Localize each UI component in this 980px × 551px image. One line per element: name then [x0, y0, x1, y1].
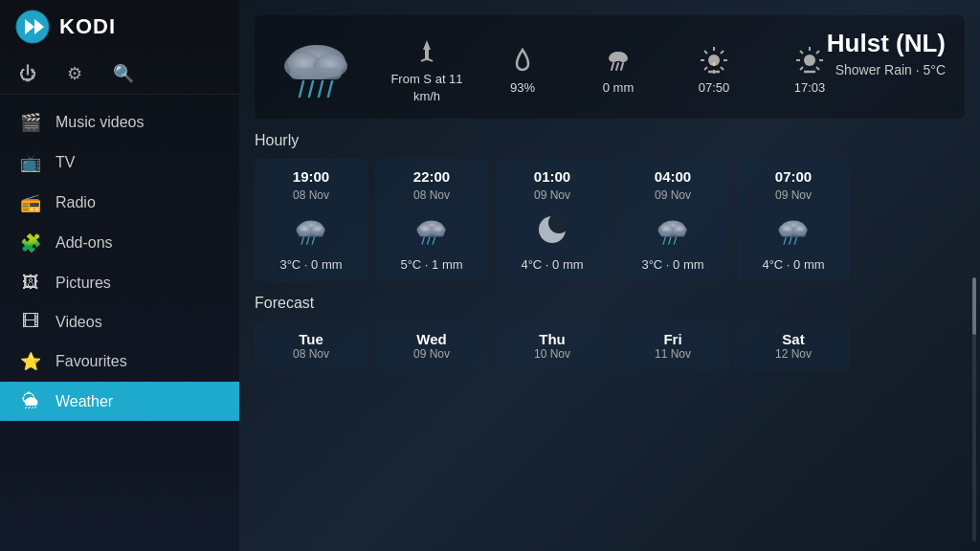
svg-line-57 [663, 237, 665, 244]
forecast-day: Thu [539, 331, 566, 347]
svg-line-17 [621, 63, 623, 70]
top-icons-bar: ⏻ ⚙ 🔍 [0, 54, 239, 95]
hourly-weather-icon [765, 206, 822, 253]
hourly-card: 04:00 09 Nov 3°C · 0 mm [616, 159, 729, 281]
svg-line-50 [433, 237, 434, 244]
nav-icon-tv: 📺 [19, 152, 42, 173]
svg-rect-47 [418, 231, 444, 236]
sidebar-item-music-videos[interactable]: 🎬 Music videos [0, 102, 239, 143]
svg-line-10 [328, 81, 332, 97]
hourly-weather-icon [644, 206, 702, 253]
power-icon[interactable]: ⏻ [19, 64, 36, 84]
svg-line-33 [816, 67, 819, 70]
svg-rect-40 [298, 231, 323, 236]
forecast-date: 08 Nov [293, 347, 329, 361]
svg-line-34 [816, 51, 819, 54]
svg-rect-6 [290, 68, 342, 79]
hourly-date: 08 Nov [413, 188, 450, 202]
wind-value: From S at 11 km/h [390, 71, 462, 105]
nav-icon-favourites: ⭐ [19, 351, 42, 372]
svg-line-48 [422, 237, 424, 244]
svg-line-49 [427, 237, 429, 244]
scroll-thumb [972, 277, 976, 335]
hourly-time: 19:00 [293, 168, 329, 185]
svg-line-24 [721, 67, 724, 70]
main-content: From S at 11 km/h 93% [239, 0, 980, 551]
nav-icon-radio: 📻 [19, 192, 42, 213]
hourly-card: 22:00 08 Nov 5°C · 1 mm [375, 159, 488, 281]
svg-line-59 [674, 237, 676, 244]
hourly-time: 04:00 [655, 168, 691, 185]
sidebar-item-weather[interactable]: 🌦 Weather [0, 382, 239, 421]
svg-point-52 [548, 212, 569, 233]
sunrise-value: 07:50 [699, 79, 730, 97]
sidebar: KODI ⏻ ⚙ 🔍 🎬 Music videos 📺 TV 📻 Radio 🧩… [0, 0, 239, 551]
hourly-card: 01:00 09 Nov 4°C · 0 mm [496, 159, 609, 281]
svg-rect-63 [780, 231, 806, 236]
svg-rect-56 [659, 231, 685, 236]
search-icon[interactable]: 🔍 [113, 63, 134, 84]
sidebar-item-favourites[interactable]: ⭐ Favourites [0, 342, 239, 382]
forecast-card: Fri 11 Nov [616, 321, 729, 370]
scroll-hint [972, 277, 976, 541]
svg-line-9 [319, 81, 323, 97]
nav-label-pictures: Pictures [56, 275, 111, 292]
hourly-weather-icon [282, 206, 340, 253]
wind-stat: From S at 11 km/h [379, 36, 475, 105]
hourly-temp: 3°C · 0 mm [279, 257, 342, 272]
sidebar-item-pictures[interactable]: 🖼 Pictures [0, 263, 239, 302]
hourly-weather-icon [403, 206, 460, 253]
nav-icon-weather: 🌦 [19, 391, 42, 411]
forecast-day: Wed [416, 331, 446, 347]
forecast-date: 10 Nov [534, 347, 570, 361]
hourly-weather-icon [523, 206, 581, 253]
nav-label-tv: TV [56, 154, 75, 171]
hourly-section: Hourly 19:00 08 Nov 3°C · 0 mm 22:00 [255, 132, 965, 281]
hourly-date: 09 Nov [534, 188, 570, 202]
nav-icon-videos: 🎞 [19, 312, 42, 332]
forecast-date: 09 Nov [413, 347, 450, 361]
forecast-date: 11 Nov [655, 347, 691, 361]
settings-icon[interactable]: ⚙ [67, 63, 82, 84]
nav-icon-add-ons: 🧩 [19, 232, 42, 253]
sidebar-item-add-ons[interactable]: 🧩 Add-ons [0, 223, 239, 263]
nav-label-music-videos: Music videos [56, 114, 144, 131]
forecast-card: Sat 12 Nov [737, 321, 850, 370]
nav-icon-music-videos: 🎬 [19, 112, 42, 133]
svg-line-16 [616, 63, 618, 70]
svg-line-66 [794, 237, 796, 244]
hourly-temp: 4°C · 0 mm [762, 257, 824, 272]
nav-menu: 🎬 Music videos 📺 TV 📻 Radio 🧩 Add-ons 🖼 … [0, 95, 239, 551]
svg-line-42 [306, 237, 308, 244]
wind-icon [412, 36, 442, 67]
hourly-temp: 4°C · 0 mm [521, 257, 583, 272]
sunrise-stat: 07:50 [666, 45, 762, 97]
kodi-logo-icon [15, 10, 50, 44]
precipitation-value: 0 mm [603, 79, 635, 97]
sidebar-item-radio[interactable]: 📻 Radio [0, 183, 239, 223]
nav-icon-pictures: 🖼 [19, 273, 42, 293]
svg-line-41 [301, 237, 303, 244]
precipitation-stat: 0 mm [570, 45, 666, 97]
svg-rect-11 [425, 50, 429, 59]
hourly-time: 07:00 [775, 168, 812, 185]
hourly-time: 01:00 [534, 168, 570, 185]
hourly-time: 22:00 [413, 168, 450, 185]
svg-line-65 [789, 237, 791, 244]
svg-line-15 [612, 63, 613, 70]
sunrise-icon [699, 45, 729, 76]
hourly-temp: 5°C · 1 mm [400, 257, 462, 272]
svg-line-25 [721, 51, 724, 54]
precipitation-icon [603, 45, 634, 76]
svg-point-13 [609, 55, 618, 62]
current-weather-panel: From S at 11 km/h 93% [255, 15, 965, 119]
forecast-date: 12 Nov [775, 347, 812, 361]
sidebar-item-tv[interactable]: 📺 TV [0, 143, 239, 183]
svg-line-8 [309, 81, 313, 97]
hourly-card: 07:00 09 Nov 4°C · 0 mm [737, 159, 850, 281]
sunset-icon [794, 45, 825, 76]
nav-label-videos: Videos [56, 314, 102, 331]
forecast-day: Sat [782, 331, 804, 347]
sidebar-item-videos[interactable]: 🎞 Videos [0, 302, 239, 342]
svg-line-26 [704, 67, 707, 70]
